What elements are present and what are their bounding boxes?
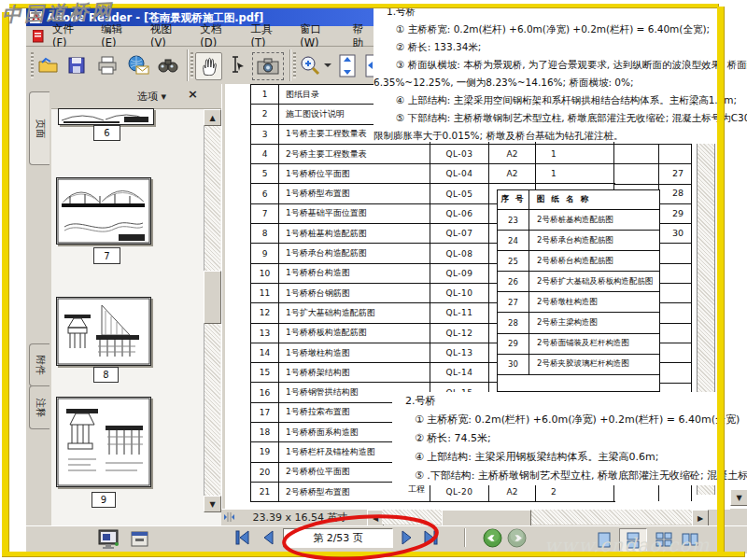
thumbnail-page-number[interactable]: 7 xyxy=(93,247,120,264)
cell-drawing-name: 2号桥面铺装及栏杆构造图 xyxy=(529,334,659,354)
toolbar-separator xyxy=(187,49,188,81)
cell-serial: 16 xyxy=(251,383,279,401)
print-icon[interactable] xyxy=(97,56,118,75)
cell-serial: 13 xyxy=(251,324,279,343)
serial-number: 29 xyxy=(660,203,696,223)
cell-drawing-name: 2号桥扩大基础及桥板构造配筋图 xyxy=(529,272,659,291)
table-row: 4 2号桥主要工程数量表 QL-03 A2 1 xyxy=(251,145,615,164)
page-thumbnail[interactable] xyxy=(58,108,154,125)
cell-serial: 19 xyxy=(251,442,279,461)
serial-number: 28 xyxy=(660,183,696,203)
cell-serial: 26 xyxy=(498,272,529,291)
screenshot-stage: Adobe Reader - [苍南景观桥施工图.pdf] 文件(F) 编辑(E… xyxy=(0,0,747,560)
hscroll-thumb[interactable] xyxy=(442,510,531,526)
hide-toolbars-icon[interactable] xyxy=(131,531,149,548)
cell-drawing-name: 2号桥主要工程数量表 xyxy=(279,145,430,163)
page-thumbnail[interactable] xyxy=(56,397,151,487)
overlay-table-row: 27 2号桥墩柱构造图 xyxy=(498,292,659,313)
fit-height-icon[interactable] xyxy=(338,54,357,78)
overlay-table-row: 29 2号桥面铺装及栏杆构造图 xyxy=(498,334,659,355)
panel-header: 选项 ▾ × xyxy=(51,84,221,109)
fit-width-icon[interactable] xyxy=(364,54,374,78)
cell-serial: 25 xyxy=(498,251,529,271)
cell-serial: 7 xyxy=(251,204,279,223)
table-row: 5 1号桥桥位平面图 QL-04 A2 1 xyxy=(251,164,615,184)
email-icon[interactable] xyxy=(127,55,149,76)
save-icon[interactable] xyxy=(67,56,86,75)
scroll-up-icon[interactable]: ▲ xyxy=(204,109,221,126)
cell-serial: 21 xyxy=(251,483,279,501)
frame-top xyxy=(9,4,719,8)
note-line: ② 桥长: 74.5米; xyxy=(392,429,730,448)
tab-pages[interactable]: 页面 xyxy=(29,91,49,165)
cell-drawing-name: 1号桥桥位平面图 xyxy=(279,164,430,183)
cell-serial: 11 xyxy=(251,284,279,302)
go-back-icon[interactable] xyxy=(483,528,502,548)
hand-tool-icon[interactable] xyxy=(195,52,222,80)
overlay-table-empty-row xyxy=(498,375,659,391)
note-line: 6.35%~12.25%, 一侧为8.23%~14.16%; 桥面横坡: 0%; xyxy=(374,74,747,91)
toolbar-grip[interactable] xyxy=(190,52,193,78)
bridge2-notes: 2.号桥 ① 主桥桥宽: 0.2m(栏杆) +6.0m(净宽) +0.2m(栏杆… xyxy=(392,392,730,485)
cell-drawing-name: 1号桥桥板构造配筋图 xyxy=(279,324,430,343)
header-serial: 序 号 xyxy=(498,190,529,209)
snapshot-icon[interactable] xyxy=(252,52,284,80)
cell-drawing-code: QL-11 xyxy=(430,303,489,322)
cell-serial: 6 xyxy=(251,184,279,203)
open-icon[interactable] xyxy=(37,56,60,75)
cell-drawing-code: QL-07 xyxy=(430,224,489,243)
cell-drawing-code: QL-13 xyxy=(430,343,489,362)
note-line: ③ 桥面纵横坡: 本桥为景观桥, 为了迎合景观要求, 达到纵断面的波浪型效果, … xyxy=(374,56,747,74)
overlay-drawing-table: 序 号 图 纸 名 称 23 2号桥桩基构造配筋图 24 2号桥承台构造配筋图 … xyxy=(497,189,660,392)
cell-drawing-name: 1号桥墩柱构造图 xyxy=(279,343,430,362)
options-button[interactable]: 选项 ▾ xyxy=(137,90,166,104)
tab-attachments[interactable]: 附件 xyxy=(29,343,49,386)
note-line: 限制膨胀率大于0.015%; 桥墩及桥台基础为钻孔灌注桩。 xyxy=(374,127,747,145)
pane-splitter-icon[interactable] xyxy=(223,511,235,523)
frame-right xyxy=(717,7,725,557)
serial-number: 30 xyxy=(660,223,696,243)
page-thumbnail[interactable] xyxy=(56,177,151,245)
page-thumbnail[interactable] xyxy=(56,297,151,366)
menu-bar: 文件(F) 编辑(E) 视图(V) 文档(D) 工具(T) 窗口(W) 帮助 xyxy=(26,26,374,47)
hscroll-right-icon[interactable]: ▶ xyxy=(692,510,709,526)
search-icon[interactable] xyxy=(158,56,178,75)
cell-serial: 2 xyxy=(251,105,279,123)
chevron-down-icon: ▾ xyxy=(162,91,167,103)
doc-scroll-down-icon[interactable]: ▼ xyxy=(730,489,747,506)
frame-left xyxy=(2,12,9,557)
full-screen-icon[interactable] xyxy=(97,528,121,551)
first-page-icon[interactable] xyxy=(233,528,252,547)
tab-comments[interactable]: 注释 xyxy=(29,385,49,429)
sidebar-scroll-thumb[interactable] xyxy=(204,271,221,324)
zoom-in-icon[interactable] xyxy=(299,54,321,77)
cell-drawing-name: 2号桥主梁构造图 xyxy=(529,313,659,332)
close-panel-icon[interactable]: × xyxy=(188,87,198,101)
toolbar xyxy=(26,47,374,85)
table-row: 21 2号桥桥型布置图 QL-20 A2 2 xyxy=(251,483,615,502)
cell-serial: 10 xyxy=(251,264,279,283)
overlay-table-row: 23 2号桥桩基构造配筋图 xyxy=(498,210,659,231)
note-line: ④ 上部结构: 主梁采用空间钢桁架和系杆钢拱相结合结构体系。主桁梁高1.5m; xyxy=(374,91,747,109)
cell-drawing-code: QL-08 xyxy=(430,244,489,262)
scroll-down-icon[interactable]: ▼ xyxy=(204,496,221,512)
thumbnail-page-number[interactable]: 8 xyxy=(93,367,119,383)
note-line: ① 主桥桥宽: 0.2m(栏杆) +6.0m(净宽) +0.2m(栏杆) = 6… xyxy=(392,411,730,429)
cell-drawing-name: 2号桥夹胶玻璃栏杆构造图 xyxy=(529,355,659,374)
prev-page-icon[interactable] xyxy=(260,528,278,547)
header-drawing-name: 图 纸 名 称 xyxy=(529,190,659,209)
pages-panel: 选项 ▾ × 6 xyxy=(51,84,222,525)
toolbar-grip[interactable] xyxy=(293,52,296,78)
cell-serial: 14 xyxy=(251,343,279,362)
cell-drawing-name: 1号桥桥台钢筋图 xyxy=(279,284,430,302)
go-forward-icon[interactable] xyxy=(507,528,527,548)
thumbnail-page-number[interactable]: 6 xyxy=(93,125,120,141)
toolbar-grip[interactable] xyxy=(31,52,34,78)
zoom-dropdown-caret-icon[interactable] xyxy=(323,62,332,69)
thumbnail-page-number[interactable]: 9 xyxy=(92,492,116,508)
cell-drawing-name: 2号桥桩基构造配筋图 xyxy=(529,210,659,230)
scrollbar-corner xyxy=(730,509,747,525)
select-text-icon[interactable] xyxy=(228,55,245,76)
cell-drawing-code: QL-14 xyxy=(430,363,489,382)
overlay-table-row: 26 2号桥扩大基础及桥板构造配筋图 xyxy=(498,272,659,292)
